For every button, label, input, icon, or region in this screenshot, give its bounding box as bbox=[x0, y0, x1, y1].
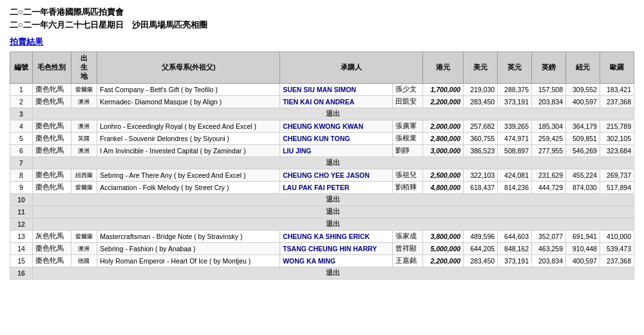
table-row-withdrawn: 3退出 bbox=[10, 108, 634, 120]
row-aud: 474,971 bbox=[498, 133, 532, 145]
row-buyer-cn: 張根業 bbox=[392, 133, 422, 145]
table-row: 1 棗色牝馬 愛爾蘭 Fast Company - Bett's Gift ( … bbox=[10, 84, 634, 96]
row-id: 14 bbox=[10, 243, 33, 255]
row-id: 13 bbox=[10, 231, 33, 243]
row-id: 4 bbox=[10, 120, 33, 133]
row-aud: 848,162 bbox=[498, 243, 532, 255]
row-gbp: 203,834 bbox=[532, 255, 566, 267]
withdrawn-label: 退出 bbox=[32, 206, 634, 218]
row-eur: 237,368 bbox=[600, 255, 634, 267]
row-eur: 410,000 bbox=[600, 231, 634, 243]
row-sire-dam: Sebring - Fashion ( by Anabaa ) bbox=[97, 243, 280, 255]
row-id: 7 bbox=[10, 157, 33, 169]
row-buyer-en: CHEUNG CHO YEE JASON bbox=[280, 169, 393, 182]
table-row: 2 棗色牝馬 澳洲 Kermadec- Diamond Masque ( by … bbox=[10, 96, 634, 108]
row-aud: 508,897 bbox=[498, 145, 532, 157]
row-color-gender: 棗色牝馬 bbox=[32, 133, 71, 145]
row-aud: 288,375 bbox=[498, 84, 532, 96]
row-sire-dam: Holy Roman Emperor - Heart Of Ice ( by M… bbox=[97, 255, 280, 267]
section-title: 拍賣結果 bbox=[10, 36, 634, 48]
row-buyer-en: TIEN KAI ON ANDREA bbox=[280, 96, 393, 108]
row-usd: 283,450 bbox=[464, 96, 498, 108]
row-color-gender: 棗色牝馬 bbox=[32, 120, 71, 133]
withdrawn-label: 退出 bbox=[32, 157, 634, 169]
row-color-gender: 棗色牝馬 bbox=[32, 255, 71, 267]
results-table: 編號 毛色性別 出生地 父系母系(外祖父) 承購人 港元 美元 英元 英鎊 紐元… bbox=[10, 52, 634, 280]
row-hkd: 2,000,000 bbox=[423, 120, 464, 133]
row-id: 12 bbox=[10, 218, 33, 231]
row-buyer-cn: 張廣軍 bbox=[392, 120, 422, 133]
row-usd: 489,596 bbox=[464, 231, 498, 243]
row-id: 9 bbox=[10, 182, 33, 194]
row-id: 1 bbox=[10, 84, 33, 96]
col-color-gender: 毛色性別 bbox=[32, 52, 71, 84]
row-color-gender: 棗色牝馬 bbox=[32, 96, 71, 108]
row-nzd: 309,552 bbox=[566, 84, 600, 96]
row-id: 8 bbox=[10, 169, 33, 182]
row-gbp: 352,077 bbox=[532, 231, 566, 243]
row-usd: 257,682 bbox=[464, 120, 498, 133]
row-id: 5 bbox=[10, 133, 33, 145]
header-line2: 二○二一年六月二十七日星期日 沙田馬場馬匹亮相圈 bbox=[10, 19, 634, 31]
row-color-gender: 棗色牝馬 bbox=[32, 182, 71, 194]
row-hkd: 4,800,000 bbox=[423, 182, 464, 194]
row-sire-dam: Acclamation - Folk Melody ( by Street Cr… bbox=[97, 182, 280, 194]
row-buyer-en: SUEN SIU MAN SIMON bbox=[280, 84, 393, 96]
row-color-gender: 棗色牝馬 bbox=[32, 145, 71, 157]
table-row: 14 棗色牝馬 澳洲 Sebring - Fashion ( by Anabaa… bbox=[10, 243, 634, 255]
row-buyer-cn: 劉栢輝 bbox=[392, 182, 422, 194]
row-hkd: 2,200,000 bbox=[423, 255, 464, 267]
row-buyer-cn: 田凱安 bbox=[392, 96, 422, 108]
row-aud: 373,191 bbox=[498, 255, 532, 267]
row-origin: 澳洲 bbox=[71, 96, 97, 108]
col-hkd: 港元 bbox=[423, 52, 464, 84]
row-sire-dam: I Am Invincible - Invested Capital ( by … bbox=[97, 145, 280, 157]
row-sire-dam: Sebring - Are There Any ( by Exceed And … bbox=[97, 169, 280, 182]
row-eur: 215,789 bbox=[600, 120, 634, 133]
row-aud: 644,603 bbox=[498, 231, 532, 243]
row-buyer-en: LAU PAK FAI PETER bbox=[280, 182, 393, 194]
row-origin: 愛爾蘭 bbox=[71, 231, 97, 243]
row-gbp: 277,955 bbox=[532, 145, 566, 157]
row-usd: 386,523 bbox=[464, 145, 498, 157]
row-origin: 愛爾蘭 bbox=[71, 182, 97, 194]
row-id: 2 bbox=[10, 96, 33, 108]
row-hkd: 1,700,000 bbox=[423, 84, 464, 96]
row-color-gender: 灰色牝馬 bbox=[32, 231, 71, 243]
col-aud: 英元 bbox=[498, 52, 532, 84]
row-buyer-en: LIU JING bbox=[280, 145, 393, 157]
row-eur: 302,105 bbox=[600, 133, 634, 145]
row-nzd: 364,179 bbox=[566, 120, 600, 133]
row-usd: 322,103 bbox=[464, 169, 498, 182]
table-row: 9 棗色牝馬 愛爾蘭 Acclamation - Folk Melody ( b… bbox=[10, 182, 634, 194]
row-nzd: 910,448 bbox=[566, 243, 600, 255]
row-buyer-en: WONG KA MING bbox=[280, 255, 393, 267]
row-eur: 269,737 bbox=[600, 169, 634, 182]
table-row: 8 棗色牝馬 紐西蘭 Sebring - Are There Any ( by … bbox=[10, 169, 634, 182]
row-sire-dam: Mastercraftsman - Bridge Note ( by Strav… bbox=[97, 231, 280, 243]
row-hkd: 3,800,000 bbox=[423, 231, 464, 243]
row-nzd: 509,851 bbox=[566, 133, 600, 145]
table-row-withdrawn: 16退出 bbox=[10, 267, 634, 280]
row-gbp: 203,834 bbox=[532, 96, 566, 108]
row-eur: 539,473 bbox=[600, 243, 634, 255]
col-buyer: 承購人 bbox=[280, 52, 423, 84]
row-color-gender: 棗色牝馬 bbox=[32, 243, 71, 255]
row-id: 15 bbox=[10, 255, 33, 267]
row-color-gender: 棗色牝馬 bbox=[32, 84, 71, 96]
row-id: 11 bbox=[10, 206, 33, 218]
table-row: 15 棗色牝馬 德國 Holy Roman Emperor - Heart Of… bbox=[10, 255, 634, 267]
col-gbp: 英鎊 bbox=[532, 52, 566, 84]
row-aud: 373,191 bbox=[498, 96, 532, 108]
row-origin: 紐西蘭 bbox=[71, 169, 97, 182]
row-buyer-cn: 張家成 bbox=[392, 231, 422, 243]
row-origin: 澳洲 bbox=[71, 145, 97, 157]
row-gbp: 463,259 bbox=[532, 243, 566, 255]
table-row: 13 灰色牝馬 愛爾蘭 Mastercraftsman - Bridge Not… bbox=[10, 231, 634, 243]
row-buyer-en: CHEUNG KUN TONG bbox=[280, 133, 393, 145]
row-buyer-cn: 王嘉銘 bbox=[392, 255, 422, 267]
row-id: 16 bbox=[10, 267, 33, 280]
row-sire-dam: Frankel - Souvenir Delondres ( by Siyoun… bbox=[97, 133, 280, 145]
row-nzd: 455,224 bbox=[566, 169, 600, 182]
row-hkd: 2,500,000 bbox=[423, 169, 464, 182]
